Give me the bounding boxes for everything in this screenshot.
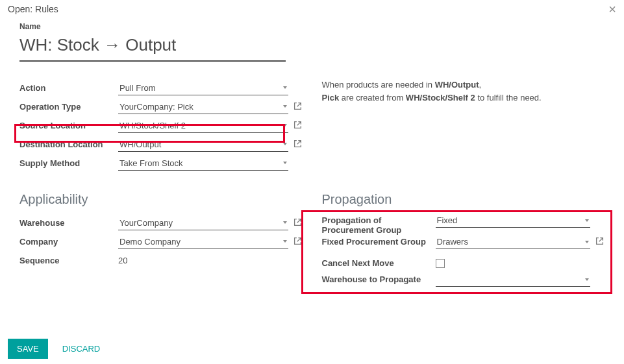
chevron-down-icon [283, 143, 287, 145]
source-location-label: Source Location [19, 121, 118, 130]
propagation-title: Propagation [322, 192, 605, 207]
rule-description: When products are needed in WH/Output, P… [322, 79, 605, 104]
action-label: Action [19, 83, 118, 93]
destination-location-label: Destination Location [19, 140, 118, 149]
dialog-footer: Save Discard [8, 339, 106, 359]
action-select[interactable]: Pull From [118, 81, 288, 95]
cancel-next-move-checkbox[interactable] [436, 259, 445, 268]
warehouse-propagate-label: Warehouse to Propagate [322, 273, 436, 284]
name-label: Name [19, 22, 605, 31]
warehouse-value: YourCompany [119, 218, 173, 228]
chevron-down-icon [283, 221, 287, 224]
company-label: Company [19, 237, 118, 247]
modal-title: Open: Rules [8, 4, 58, 14]
destination-location-select[interactable]: WH/Output [118, 138, 288, 152]
left-column: Action Pull From Operation Type YourComp… [19, 79, 303, 173]
warehouse-label: Warehouse [19, 218, 118, 228]
propagation-group-value: Fixed [437, 215, 458, 225]
external-link-icon[interactable] [293, 121, 303, 131]
source-location-select[interactable]: WH/Stock/Shelf 2 [118, 119, 288, 133]
operation-type-select[interactable]: YourCompany: Pick [118, 100, 288, 114]
fixed-procurement-group-select[interactable]: Drawers [436, 235, 591, 249]
chevron-down-icon [585, 219, 589, 222]
chevron-down-icon [585, 278, 589, 281]
company-select[interactable]: Demo Company [118, 235, 288, 249]
right-column-desc: When products are needed in WH/Output, P… [322, 79, 605, 173]
external-link-icon[interactable] [293, 218, 303, 228]
cancel-next-move-label: Cancel Next Move [322, 258, 436, 268]
fixed-procurement-group-value: Drawers [437, 237, 468, 247]
fixed-procurement-group-label: Fixed Procurement Group [322, 235, 436, 247]
name-input[interactable] [19, 32, 286, 62]
supply-method-select[interactable]: Take From Stock [118, 156, 288, 171]
chevron-down-icon [283, 162, 287, 164]
applicability-title: Applicability [19, 192, 303, 207]
source-location-value: WH/Stock/Shelf 2 [119, 121, 186, 130]
chevron-down-icon [283, 124, 287, 127]
external-link-icon[interactable] [293, 102, 303, 112]
close-icon[interactable]: × [608, 3, 616, 16]
name-block: Name [19, 22, 605, 62]
chevron-down-icon [283, 86, 287, 89]
sequence-label: Sequence [19, 256, 118, 265]
external-link-icon[interactable] [595, 237, 605, 247]
operation-type-value: YourCompany: Pick [119, 102, 193, 112]
supply-method-label: Supply Method [19, 158, 118, 168]
external-link-icon[interactable] [293, 237, 303, 247]
chevron-down-icon [283, 105, 287, 108]
chevron-down-icon [585, 241, 589, 243]
action-value: Pull From [119, 83, 156, 93]
operation-type-label: Operation Type [19, 102, 118, 112]
applicability-section: Applicability Warehouse YourCompany Comp… [19, 192, 303, 291]
company-value: Demo Company [119, 237, 181, 247]
warehouse-select[interactable]: YourCompany [118, 216, 288, 230]
chevron-down-icon [283, 240, 287, 243]
modal-header: Open: Rules × [0, 0, 624, 18]
discard-button[interactable]: Discard [56, 339, 107, 359]
supply-method-value: Take From Stock [119, 158, 183, 168]
destination-location-value: WH/Output [119, 140, 161, 149]
propagation-group-select[interactable]: Fixed [436, 213, 591, 228]
save-button[interactable]: Save [8, 339, 48, 359]
propagation-group-label: Propagation of Procurement Group [322, 213, 436, 235]
sequence-value[interactable]: 20 [118, 254, 127, 267]
warehouse-propagate-select[interactable] [436, 273, 591, 287]
propagation-section: Propagation Propagation of Procurement G… [322, 192, 605, 291]
external-link-icon[interactable] [293, 140, 303, 150]
